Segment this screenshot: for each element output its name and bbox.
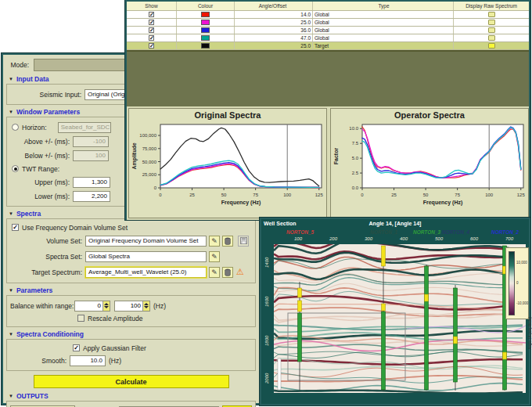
type-cell: Global — [313, 19, 454, 26]
svg-text:100: 100 — [485, 193, 494, 197]
seismic-section-image[interactable] — [274, 244, 526, 393]
operator-spectra-chart: Operator Spectra 0.02.55.07.510.00255075… — [330, 108, 529, 218]
original-spectra-plot: 025,00050,00075,000100,0000255075100125F… — [129, 121, 326, 218]
svg-text:100: 100 — [283, 193, 292, 197]
well-label[interactable]: NORTON_3 — [413, 229, 440, 235]
outputs-box: Set Description... Suffix: Save — [6, 401, 256, 407]
amplitude-colorbar: 10,000 0 -10,000 Angle 14 (amplitude) — [505, 247, 529, 319]
rescale-amplitude-label: Rescale Amplitude — [88, 315, 142, 322]
svg-text:0: 0 — [159, 193, 162, 197]
spectra-set-label: Spectra Set: — [10, 253, 85, 261]
well-label[interactable]: NORTON_4 — [442, 229, 469, 235]
spectra-table-row[interactable]: ✓14.0Global — [127, 11, 529, 19]
colour-swatch[interactable] — [201, 20, 210, 25]
edit-icon[interactable]: ✎ — [209, 267, 220, 278]
seismic-svg — [274, 244, 526, 393]
upper-field[interactable]: 1,300 — [73, 177, 110, 188]
chart-title: Operator Spectra — [331, 109, 528, 121]
colorbar-min-label: -10,000 — [516, 301, 528, 305]
svg-text:0.0: 0.0 — [352, 185, 359, 190]
show-checkbox[interactable]: ✓ — [149, 43, 154, 49]
section-spectra-conditioning[interactable]: ▼ Spectra Conditioning — [9, 329, 257, 339]
use-fdv-label: Use Frequency Domain Volume Set — [22, 224, 128, 232]
colour-swatch[interactable] — [201, 12, 210, 17]
svg-text:75: 75 — [253, 193, 258, 197]
column-header[interactable]: Show — [127, 2, 177, 10]
svg-text:50: 50 — [423, 193, 429, 197]
database-icon[interactable] — [222, 267, 233, 278]
display-raw-spectrum-toggle[interactable] — [488, 43, 495, 49]
save-disk-icon — [238, 236, 249, 247]
smooth-unit-label: (Hz) — [109, 357, 121, 365]
spectra-table-row[interactable]: ✓36.0Global — [127, 27, 529, 34]
chart-title: Original Spectra — [129, 109, 326, 121]
show-checkbox[interactable]: ✓ — [149, 20, 154, 25]
svg-text:10.0: 10.0 — [349, 126, 358, 131]
twt-range-radio[interactable] — [12, 165, 19, 172]
time-tick-label: 1800 — [264, 336, 269, 346]
column-header[interactable]: Type — [313, 2, 454, 10]
operator-spectra-plot: 0.02.55.07.510.00255075100125Frequency (… — [331, 121, 528, 218]
balance-min-stepper[interactable]: 0 — [74, 301, 110, 312]
above-field[interactable]: -100 — [73, 136, 109, 147]
colour-swatch[interactable] — [201, 35, 210, 41]
well-label[interactable]: NORTON_5 — [286, 229, 314, 235]
column-header[interactable]: Display Raw Spectrum — [454, 2, 529, 10]
time-tick-label: 1600 — [264, 297, 269, 307]
svg-text:50,000: 50,000 — [142, 160, 157, 164]
spectra-table-row[interactable]: ✓47.0Global — [127, 34, 529, 42]
angle-offset-cell: 25.0 — [235, 19, 313, 26]
svg-text:125: 125 — [315, 193, 324, 197]
target-spectrum-field[interactable]: Average_Multi_well_Wavelet (25.0) — [85, 267, 207, 278]
mode-label: Mode: — [5, 61, 32, 69]
colorbar-gradient — [509, 251, 515, 315]
stepper-arrows-icon[interactable] — [102, 301, 110, 311]
spectra-box: ✓ Use Frequency Domain Volume Set Volume… — [6, 218, 256, 283]
upper-label: Upper (ms): — [10, 178, 73, 186]
colorbar-title: Angle 14 (amplitude) — [528, 317, 532, 350]
warning-icon[interactable]: ⚠ — [236, 268, 244, 276]
use-fdv-checkbox[interactable]: ✓ — [12, 224, 19, 231]
volume-set-field[interactable]: Original Frequency Domain Volume Set — [85, 236, 207, 247]
stepper-arrows-icon[interactable] — [142, 301, 149, 311]
gaussian-filter-checkbox[interactable]: ✓ — [73, 344, 80, 351]
well-label[interactable]: NORTON_2 — [491, 229, 519, 235]
trace-tick-label: 500 — [435, 236, 443, 241]
database-icon[interactable] — [222, 236, 233, 247]
spectra-conditioning-box: ✓ Apply Gaussian Filter Smooth: 10.0 (Hz… — [6, 339, 256, 371]
edit-icon[interactable]: ✎ — [209, 236, 220, 247]
below-field[interactable]: 100 — [73, 150, 109, 161]
spectra-table-row[interactable]: ✓25.0Target — [127, 42, 529, 50]
balance-max-stepper[interactable]: 100 — [114, 301, 150, 312]
horizon-field[interactable]: Seabed_for_SDC — [58, 122, 111, 133]
lower-field[interactable]: 2,200 — [73, 191, 110, 202]
show-checkbox[interactable]: ✓ — [149, 12, 154, 17]
above-label: Above +/- (ms): — [10, 138, 73, 146]
svg-text:0: 0 — [361, 193, 364, 197]
rescale-amplitude-checkbox[interactable] — [77, 315, 84, 322]
gaussian-filter-label: Apply Gaussian Filter — [83, 344, 146, 352]
colour-swatch[interactable] — [201, 27, 210, 33]
display-raw-spectrum-toggle[interactable] — [488, 12, 495, 17]
well-section-angle-header: Angle 14, [Angle 14] — [261, 221, 529, 226]
well-label[interactable]: NORTON_1 — [370, 229, 397, 235]
spectra-set-field[interactable]: Global Spectra — [85, 251, 207, 262]
column-header[interactable]: Angle/Offset — [235, 2, 313, 10]
display-raw-spectrum-toggle[interactable] — [488, 20, 495, 25]
type-cell: Global — [313, 11, 454, 18]
time-tick-label: 2000 — [264, 373, 269, 384]
column-header[interactable]: Colour — [177, 2, 235, 10]
show-checkbox[interactable]: ✓ — [149, 35, 154, 41]
colour-swatch[interactable] — [201, 43, 210, 49]
section-parameters[interactable]: ▼ Parameters — [9, 285, 257, 295]
display-raw-spectrum-toggle[interactable] — [488, 27, 495, 33]
section-outputs[interactable]: ▼ OUTPUTS — [9, 391, 257, 401]
show-checkbox[interactable]: ✓ — [149, 27, 154, 33]
calculate-button[interactable]: Calculate — [34, 375, 229, 388]
smooth-field[interactable]: 10.0 — [70, 355, 106, 366]
horizon-radio[interactable] — [12, 124, 19, 131]
display-raw-spectrum-toggle[interactable] — [488, 35, 495, 41]
time-tick-label: 1400 — [264, 258, 269, 268]
edit-icon[interactable]: ✎ — [209, 251, 220, 262]
spectra-table-row[interactable]: ✓25.0Global — [127, 19, 529, 27]
